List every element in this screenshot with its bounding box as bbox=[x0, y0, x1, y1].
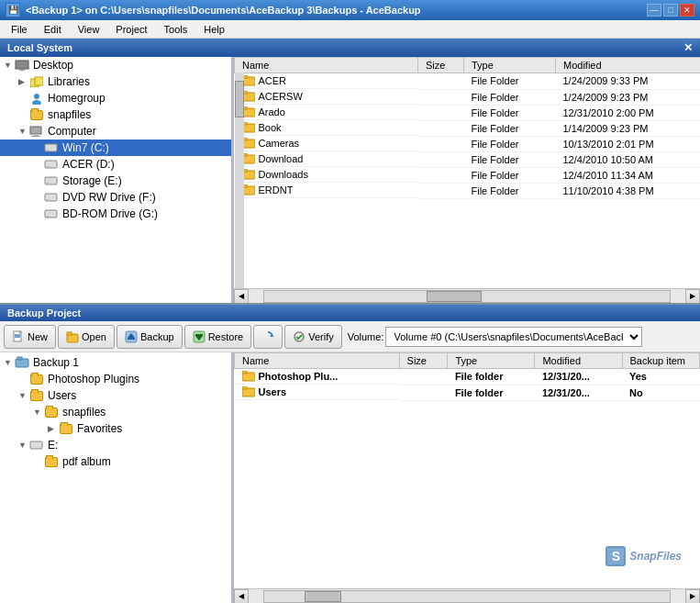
restore-button[interactable]: Restore bbox=[184, 325, 252, 349]
table-row[interactable]: Cameras File Folder 10/13/2010 2:01 PM bbox=[235, 136, 701, 151]
libraries-icon bbox=[29, 75, 44, 88]
menu-project[interactable]: Project bbox=[108, 22, 154, 37]
hscroll-thumb2[interactable] bbox=[305, 591, 341, 602]
local-system-close[interactable]: ✕ bbox=[683, 41, 693, 54]
file-name: Book bbox=[235, 120, 418, 136]
table-row[interactable]: ACER File Folder 1/24/2009 9:33 PM bbox=[235, 73, 701, 90]
drive-icon bbox=[44, 207, 59, 220]
hscrollbar[interactable]: ◀ ▶ bbox=[234, 288, 700, 303]
window-controls[interactable]: — □ ✕ bbox=[647, 4, 694, 17]
local-system-panel: Local System ✕ ▼ Desktop ▶ bbox=[0, 39, 700, 305]
close-button[interactable]: ✕ bbox=[680, 4, 694, 17]
tree-label: Users bbox=[48, 389, 76, 402]
folder-icon bbox=[44, 455, 59, 468]
file-name: Arado bbox=[235, 105, 418, 120]
table-row[interactable]: ACERSW File Folder 1/24/2009 9:23 PM bbox=[235, 89, 701, 105]
file-size bbox=[418, 105, 464, 120]
hscroll-right-btn2[interactable]: ▶ bbox=[685, 589, 700, 604]
col-modified[interactable]: Modified bbox=[535, 353, 622, 369]
backup-icon bbox=[15, 356, 29, 369]
table-row[interactable]: ERDNT File Folder 11/10/2010 4:38 PM bbox=[235, 183, 701, 198]
tree-item-favorites[interactable]: ▶ Favorites bbox=[0, 420, 231, 437]
menu-file[interactable]: File bbox=[4, 22, 35, 37]
col-size[interactable]: Size bbox=[418, 58, 464, 73]
tree-item-libraries[interactable]: ▶ Libraries bbox=[0, 73, 231, 90]
col-size[interactable]: Size bbox=[399, 353, 448, 369]
file-name: ACERSW bbox=[235, 89, 418, 105]
file-modified: 12/4/2010 11:34 AM bbox=[556, 167, 701, 183]
table-row[interactable]: Book File Folder 1/14/2009 9:23 PM bbox=[235, 120, 701, 136]
maximize-button[interactable]: □ bbox=[663, 4, 678, 17]
tree-label: Photoshop Plugins bbox=[48, 373, 139, 385]
table-row[interactable]: Downloads File Folder 12/4/2010 11:34 AM bbox=[235, 167, 701, 183]
svg-rect-15 bbox=[45, 194, 57, 201]
col-name[interactable]: Name bbox=[235, 353, 400, 369]
minimize-button[interactable]: — bbox=[647, 4, 661, 17]
col-type[interactable]: Type bbox=[464, 58, 556, 73]
svg-point-18 bbox=[47, 216, 49, 218]
table-row[interactable]: Users File folder 12/31/20... No bbox=[235, 385, 700, 400]
scroll-thumb[interactable] bbox=[235, 81, 244, 117]
file-backup-item: Yes bbox=[622, 369, 700, 385]
tree-label: E: bbox=[48, 439, 58, 452]
tree-item-pdf-album[interactable]: ▶ pdf album bbox=[0, 453, 231, 470]
file-table: Name Size Type Modified ACER File Folder… bbox=[234, 57, 700, 199]
tree-label: DVD RW Drive (F:) bbox=[62, 191, 156, 204]
volume-dropdown[interactable]: Volume #0 (C:\Users\snapfiles\Documents\… bbox=[385, 327, 642, 347]
hscroll-left-btn[interactable]: ◀ bbox=[234, 289, 249, 304]
menu-view[interactable]: View bbox=[71, 22, 107, 37]
hscroll-left-btn2[interactable]: ◀ bbox=[234, 589, 249, 604]
menu-help[interactable]: Help bbox=[196, 22, 232, 37]
open-button[interactable]: Open bbox=[58, 325, 115, 349]
backup-button[interactable]: Backup bbox=[117, 325, 183, 349]
svg-point-10 bbox=[47, 150, 49, 151]
tree-label: Homegroup bbox=[48, 92, 106, 105]
svg-rect-3 bbox=[35, 77, 43, 85]
col-backup-item[interactable]: Backup item bbox=[622, 353, 700, 369]
svg-rect-13 bbox=[45, 177, 57, 184]
window-title: <Backup 1> on C:\Users\snapfiles\Documen… bbox=[26, 5, 647, 16]
tree-item-photoshop-plugins[interactable]: ▶ Photoshop Plugins bbox=[0, 371, 231, 387]
hscroll-right-btn[interactable]: ▶ bbox=[685, 289, 700, 304]
file-size bbox=[418, 167, 464, 183]
tree-vscrollbar[interactable]: ▲ ▼ bbox=[234, 57, 244, 303]
tree-item-dvdf[interactable]: ▶ DVD RW Drive (F:) bbox=[0, 189, 231, 206]
svg-rect-17 bbox=[45, 210, 57, 218]
table-row[interactable]: Arado File Folder 12/31/2010 2:00 PM bbox=[235, 105, 701, 120]
tree-item-storagee[interactable]: ▶ Storage (E:) bbox=[0, 173, 231, 189]
tree-item-acerd[interactable]: ▶ ACER (D:) bbox=[0, 156, 231, 173]
file-type: File Folder bbox=[464, 120, 556, 136]
tree-item-homegroup[interactable]: ▶ Homegroup bbox=[0, 90, 231, 106]
hscroll-thumb[interactable] bbox=[427, 291, 482, 302]
tree-item-e-drive[interactable]: ▼ E: bbox=[0, 437, 231, 453]
col-modified[interactable]: Modified bbox=[556, 58, 701, 73]
new-button[interactable]: New bbox=[4, 325, 56, 349]
table-row[interactable]: Download File Folder 12/4/2010 10:50 AM bbox=[235, 151, 701, 167]
menu-edit[interactable]: Edit bbox=[37, 22, 69, 37]
table-row[interactable]: Photoshop Plu... File folder 12/31/20...… bbox=[235, 369, 700, 385]
restore-label: Restore bbox=[208, 331, 244, 342]
tree-item-users[interactable]: ▼ Users bbox=[0, 387, 231, 404]
drive-icon bbox=[44, 141, 59, 154]
drive-icon bbox=[44, 174, 59, 187]
tree-label: Libraries bbox=[48, 75, 90, 88]
tree-item-snapfiles-backup[interactable]: ▼ snapfiles bbox=[0, 404, 231, 420]
tree-item-computer[interactable]: ▼ Computer bbox=[0, 123, 231, 140]
file-type: File Folder bbox=[464, 105, 556, 120]
refresh-button[interactable] bbox=[253, 325, 283, 349]
col-name[interactable]: Name bbox=[235, 58, 418, 73]
col-type[interactable]: Type bbox=[448, 353, 535, 369]
tree-item-desktop[interactable]: ▼ Desktop bbox=[0, 57, 231, 73]
tree-item-backup1[interactable]: ▼ Backup 1 bbox=[0, 354, 231, 371]
menu-tools[interactable]: Tools bbox=[157, 22, 195, 37]
local-system-title-bar: Local System ✕ bbox=[0, 39, 700, 57]
tree-item-win7c[interactable]: ▶ Win7 (C:) bbox=[0, 140, 231, 156]
tree-item-snapfiles[interactable]: ▶ snapfiles bbox=[0, 106, 231, 123]
verify-button[interactable]: Verify bbox=[284, 325, 342, 349]
svg-rect-0 bbox=[16, 61, 28, 69]
verify-label: Verify bbox=[308, 331, 334, 342]
file-name: Cameras bbox=[235, 136, 418, 151]
file-modified: 1/24/2009 9:33 PM bbox=[556, 73, 701, 90]
tree-item-bdromg[interactable]: ▶ BD-ROM Drive (G:) bbox=[0, 206, 231, 222]
backup-hscrollbar[interactable]: ◀ ▶ bbox=[234, 588, 700, 603]
